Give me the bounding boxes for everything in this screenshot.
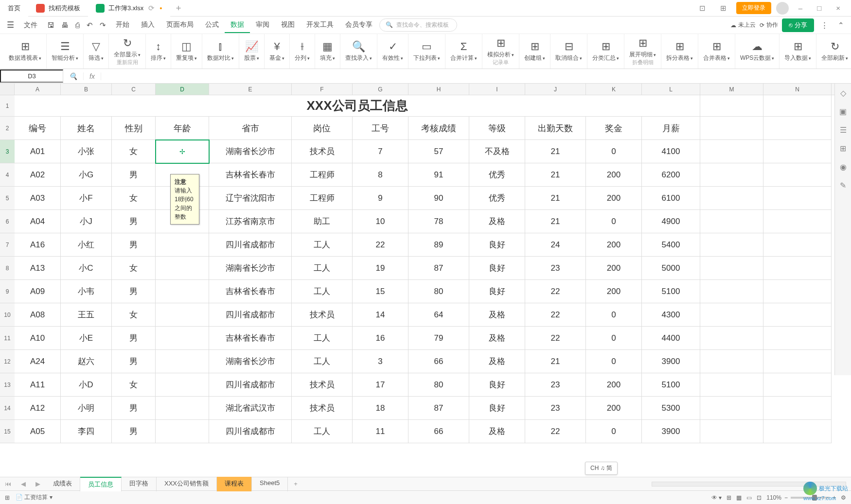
- data-cell[interactable]: [156, 327, 209, 350]
- empty-cell[interactable]: [763, 257, 832, 280]
- data-cell[interactable]: 0: [586, 327, 642, 350]
- data-cell[interactable]: 李四: [61, 420, 112, 443]
- window-close[interactable]: ×: [831, 1, 845, 15]
- header-cell[interactable]: 月薪: [642, 117, 700, 140]
- row-header-6[interactable]: 6: [0, 210, 15, 233]
- empty-cell[interactable]: [700, 303, 763, 327]
- data-cell[interactable]: 湖南省长沙市: [209, 350, 292, 373]
- data-cell[interactable]: 男: [112, 280, 156, 303]
- data-cell[interactable]: 8: [353, 163, 408, 187]
- data-cell[interactable]: 80: [408, 373, 469, 397]
- empty-cell[interactable]: [700, 350, 763, 373]
- empty-cell[interactable]: [700, 327, 763, 350]
- data-cell[interactable]: 湖北省武汉市: [209, 397, 292, 420]
- ribbon-筛选[interactable]: ▽筛选: [84, 34, 109, 69]
- data-cell[interactable]: 5100: [642, 373, 700, 397]
- row-header-7[interactable]: 7: [0, 233, 15, 257]
- data-cell[interactable]: 工人: [292, 350, 353, 373]
- data-cell[interactable]: 7: [353, 140, 408, 163]
- data-cell[interactable]: 女: [112, 303, 156, 327]
- data-cell[interactable]: 10: [353, 210, 408, 233]
- data-cell[interactable]: 79: [408, 327, 469, 350]
- data-cell[interactable]: 19: [353, 257, 408, 280]
- empty-cell[interactable]: [700, 373, 763, 397]
- data-cell[interactable]: 助工: [292, 210, 353, 233]
- data-cell[interactable]: 5100: [642, 280, 700, 303]
- status-icon[interactable]: ⊞: [5, 494, 10, 501]
- sheet-tab-成绩表[interactable]: 成绩表: [45, 477, 80, 491]
- ribbon-排序[interactable]: ↕排序: [146, 34, 171, 69]
- data-cell[interactable]: 工程师: [292, 163, 353, 187]
- col-header-M[interactable]: M: [700, 84, 763, 95]
- data-cell[interactable]: 技术员: [292, 140, 353, 163]
- empty-cell[interactable]: [763, 117, 832, 140]
- header-cell[interactable]: 出勤天数: [525, 117, 586, 140]
- data-cell[interactable]: 17: [353, 373, 408, 397]
- data-cell[interactable]: 22: [525, 303, 586, 327]
- data-cell[interactable]: 200: [586, 187, 642, 210]
- data-cell[interactable]: 吉林省长春市: [209, 327, 292, 350]
- data-cell[interactable]: 工人: [292, 257, 353, 280]
- data-cell[interactable]: 女: [112, 373, 156, 397]
- ribbon-全部显示[interactable]: ↻全部显示重新应用: [109, 34, 146, 69]
- formula-input[interactable]: [101, 70, 851, 82]
- row-header-1[interactable]: 1: [0, 95, 15, 117]
- data-cell[interactable]: 4400: [642, 327, 700, 350]
- data-cell[interactable]: 良好: [469, 397, 525, 420]
- data-cell[interactable]: 小C: [61, 257, 112, 280]
- data-cell[interactable]: 3900: [642, 420, 700, 443]
- data-cell[interactable]: 64: [408, 303, 469, 327]
- grid[interactable]: XXX公司员工信息编号姓名性别年龄省市岗位工号考核成绩等级出勤天数奖金月薪A01…: [15, 95, 851, 443]
- data-cell[interactable]: 江苏省南京市: [209, 210, 292, 233]
- empty-cell[interactable]: [763, 373, 832, 397]
- row-header-9[interactable]: 9: [0, 280, 15, 303]
- menu-页面布局[interactable]: 页面布局: [160, 17, 199, 33]
- header-cell[interactable]: 奖金: [586, 117, 642, 140]
- menu-file[interactable]: 文件: [18, 18, 43, 33]
- data-cell[interactable]: 5000: [642, 257, 700, 280]
- ribbon-股票[interactable]: 📈股票: [239, 34, 265, 69]
- title-cell[interactable]: XXX公司员工信息: [15, 95, 700, 117]
- sheet-tab-田字格[interactable]: 田字格: [122, 477, 157, 491]
- data-cell[interactable]: 200: [586, 233, 642, 257]
- data-cell[interactable]: 男: [112, 327, 156, 350]
- preview-icon[interactable]: ⎙: [72, 18, 83, 32]
- data-cell[interactable]: 23: [525, 373, 586, 397]
- data-cell[interactable]: 80: [408, 280, 469, 303]
- data-cell[interactable]: A04: [15, 210, 61, 233]
- data-cell[interactable]: [156, 280, 209, 303]
- row-header-15[interactable]: 15: [0, 420, 15, 443]
- data-cell[interactable]: 男: [112, 420, 156, 443]
- data-cell[interactable]: 不及格: [469, 140, 525, 163]
- menu-开始[interactable]: 开始: [110, 17, 135, 33]
- data-cell[interactable]: 11: [353, 420, 408, 443]
- col-header-N[interactable]: N: [763, 84, 832, 95]
- empty-cell[interactable]: [763, 163, 832, 187]
- data-cell[interactable]: 工人: [292, 233, 353, 257]
- side-icon-2[interactable]: ▣: [838, 107, 848, 117]
- data-cell[interactable]: 湖南省长沙市: [209, 257, 292, 280]
- side-icon-1[interactable]: ◇: [838, 88, 848, 98]
- col-header-L[interactable]: L: [642, 84, 700, 95]
- empty-cell[interactable]: [700, 95, 763, 117]
- data-cell[interactable]: 四川省成都市: [209, 233, 292, 257]
- search-fn-icon[interactable]: 🔍: [63, 72, 84, 80]
- data-cell[interactable]: 男: [112, 163, 156, 187]
- header-cell[interactable]: 考核成绩: [408, 117, 469, 140]
- data-cell[interactable]: 0: [586, 350, 642, 373]
- col-header-G[interactable]: G: [353, 84, 408, 95]
- col-header-B[interactable]: B: [61, 84, 112, 95]
- row-header-2[interactable]: 2: [0, 117, 15, 140]
- menu-hamburger-icon[interactable]: ☰: [4, 17, 17, 33]
- data-cell[interactable]: 优秀: [469, 163, 525, 187]
- data-cell[interactable]: 5400: [642, 233, 700, 257]
- data-cell[interactable]: [156, 397, 209, 420]
- sheet-nav-prev[interactable]: ◀: [16, 480, 31, 487]
- ribbon-全部刷新[interactable]: ↻全部刷新: [816, 34, 851, 69]
- empty-cell[interactable]: [763, 140, 832, 163]
- sheet-tab-课程表[interactable]: 课程表: [217, 477, 252, 491]
- data-cell[interactable]: 22: [525, 327, 586, 350]
- data-cell[interactable]: [156, 350, 209, 373]
- data-cell[interactable]: 及格: [469, 327, 525, 350]
- ribbon-数据透视表[interactable]: ⊞数据透视表: [4, 34, 47, 69]
